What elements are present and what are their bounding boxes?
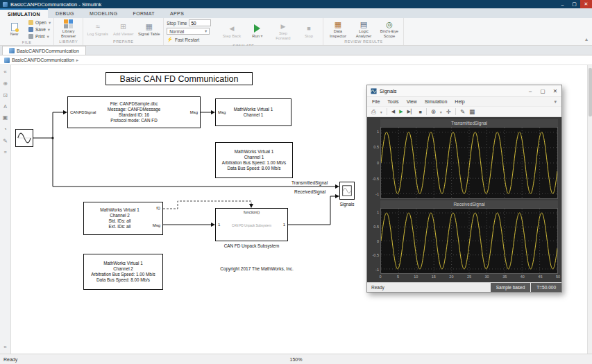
tab-modeling[interactable]: MODELING: [82, 8, 126, 18]
document-tab[interactable]: BasicCANFDCommunication: [2, 46, 86, 55]
tab-debug[interactable]: DEBUG: [48, 8, 82, 18]
maximize-button[interactable]: ▢: [536, 85, 549, 96]
tx-channel-block[interactable]: MathWorks Virtual 1Channel 1 Msg: [215, 98, 291, 126]
scrollbar-thumb[interactable]: [589, 68, 592, 116]
menu-help[interactable]: Help: [455, 99, 464, 104]
scope-toolbar: ⎙ ▾ ◀ ▶ ▶▏ ■ ⊕ ▾ ✛ ✎ ▦: [367, 106, 561, 117]
stop-icon: ■: [307, 24, 310, 33]
chevron-down-icon[interactable]: ▾: [380, 110, 382, 114]
sample-time-icon[interactable]: ≡: [3, 150, 6, 155]
minimize-button[interactable]: –: [524, 85, 536, 96]
close-button[interactable]: ✕: [549, 85, 561, 96]
prepare-group-label: PREPARE: [86, 39, 160, 45]
print-button[interactable]: Print▾: [28, 33, 51, 40]
library-browser-button[interactable]: Library Browser: [57, 19, 80, 38]
y-tick-label: 0: [377, 239, 379, 243]
hide-browser-icon[interactable]: «: [3, 69, 6, 75]
close-button[interactable]: ✕: [580, 0, 592, 8]
y-tick-label: 0: [377, 161, 379, 165]
received-signal-plot[interactable]: ReceivedSignal 10.50-0.5-1 0510152025303…: [371, 200, 558, 280]
sim-mode-dropdown[interactable]: Normal ▾: [167, 28, 210, 35]
settings-icon[interactable]: ▦: [469, 108, 475, 115]
chevron-right-icon: ▸: [76, 58, 79, 63]
zoom-icon[interactable]: ⊕: [431, 108, 436, 115]
signal-table-button[interactable]: ▦ Signal Table: [137, 22, 160, 37]
model-title-annotation[interactable]: Basic CAN FD Communication: [105, 72, 253, 85]
run-button[interactable]: Run ▾: [246, 24, 269, 39]
stop-time-input[interactable]: [189, 19, 211, 26]
x-tick-label: 50: [556, 275, 560, 279]
stop-button[interactable]: ■ Stop: [297, 24, 320, 39]
open-button[interactable]: Open▾: [28, 19, 51, 26]
step-forward-button[interactable]: ▶ Step Forward: [271, 21, 294, 40]
tab-format[interactable]: FORMAT: [126, 8, 162, 18]
fast-restart-toggle[interactable]: ⚡ Fast Restart: [167, 36, 211, 43]
transmitted-signal-label[interactable]: TransmittedSignal: [291, 180, 328, 185]
stop-icon[interactable]: ■: [418, 110, 421, 114]
rx-channel-block[interactable]: MathWorks Virtual 1Channel 2Std. IDs: al…: [83, 202, 163, 235]
menu-simulation[interactable]: Simulation: [425, 99, 448, 104]
block-text: MathWorks Virtual 1Channel 2Std. IDs: al…: [84, 202, 162, 234]
chevron-down-icon[interactable]: ▾: [440, 110, 442, 114]
plot-axes[interactable]: [380, 127, 558, 199]
breadcrumb-item[interactable]: BasicCANFDCommunication: [12, 58, 74, 62]
viewmark-icon[interactable]: ◔: [3, 126, 7, 132]
area-icon[interactable]: ▣: [3, 114, 8, 121]
plot-axes[interactable]: [380, 208, 558, 274]
log-signals-button[interactable]: ≈ Log Signals: [86, 22, 109, 37]
scope-block[interactable]: [339, 182, 355, 200]
maximize-button[interactable]: ▢: [568, 0, 580, 8]
file-group-label: FILE: [3, 40, 51, 46]
menu-file[interactable]: File: [372, 99, 380, 104]
canfd-unpack-subsystem-block[interactable]: function() 1 1 CAN FD Unpack Subsystem: [215, 208, 288, 241]
logic-analyzer-icon: ▤: [360, 19, 367, 28]
save-button[interactable]: Save▾: [28, 26, 51, 33]
print-icon[interactable]: ⎙: [371, 108, 376, 116]
received-signal-label[interactable]: ReceivedSignal: [294, 189, 325, 194]
x-tick-label: 25: [467, 275, 471, 279]
menu-view[interactable]: View: [407, 99, 417, 104]
signals-scope-window[interactable]: Signals – ▢ ✕ File Tools View Simulation…: [366, 85, 562, 293]
fit-view-icon[interactable]: ⊡: [3, 92, 8, 98]
new-label: New: [10, 32, 19, 37]
canfd-pack-block[interactable]: File: CANFDSample.dbcMessage: CANFDMessa…: [67, 96, 201, 128]
x-tick-label: 35: [502, 275, 507, 279]
minimize-button[interactable]: –: [557, 0, 568, 8]
annotation-icon[interactable]: A: [3, 104, 7, 109]
x-tick-label: 10: [414, 275, 418, 279]
measurements-icon[interactable]: ✎: [460, 108, 465, 115]
tab-apps[interactable]: APPS: [162, 8, 192, 18]
palette-more-icon[interactable]: »: [3, 344, 6, 350]
transmitted-signal-plot[interactable]: TransmittedSignal 10.50-0.5-1: [371, 119, 558, 199]
vertical-scrollbar[interactable]: [587, 65, 592, 354]
tx-config-block[interactable]: MathWorks Virtual 1Channel 1Arbitration …: [215, 142, 293, 178]
tab-simulation[interactable]: SIMULATION: [0, 8, 48, 18]
menu-tools[interactable]: Tools: [387, 99, 398, 104]
add-viewer-icon: ⊞: [120, 22, 126, 31]
step-back-button[interactable]: ◀ Step Back: [220, 24, 243, 39]
new-button[interactable]: New: [3, 22, 26, 37]
screenshot-icon[interactable]: ✎: [3, 138, 8, 144]
y-tick-label: -1: [375, 268, 379, 272]
birdseye-scope-button[interactable]: ◎ Bird's-Eye Scope: [378, 19, 400, 38]
run-icon[interactable]: ▶: [399, 109, 403, 114]
step-back-icon[interactable]: ◀: [391, 109, 395, 114]
logic-analyzer-button[interactable]: ▤ Logic Analyzer: [352, 19, 375, 38]
pan-icon[interactable]: ✛: [446, 108, 451, 115]
library-browser-icon: [64, 19, 73, 28]
zoom-icon[interactable]: ⊕: [3, 80, 8, 87]
rx-config-block[interactable]: MathWorks Virtual 1Channel 2Arbitration …: [83, 254, 163, 290]
simulate-group: Stop Time Normal ▾ ⚡ Fast Restart ◀ Step: [164, 18, 323, 45]
output-port-label: Msg: [153, 223, 160, 227]
x-tick-label: 20: [449, 275, 453, 279]
birdseye-scope-icon: ◎: [386, 19, 393, 28]
sine-wave-block[interactable]: [15, 129, 33, 147]
scope-titlebar[interactable]: Signals – ▢ ✕: [367, 85, 561, 97]
add-viewer-button[interactable]: ⊞ Add Viewer: [112, 22, 135, 37]
y-tick-label: -0.5: [373, 253, 379, 257]
data-inspector-button[interactable]: ▦ Data Inspector: [326, 19, 349, 38]
step-forward-icon[interactable]: ▶▏: [407, 109, 415, 114]
chevron-down-icon[interactable]: ▾: [554, 99, 557, 105]
toolstrip-collapse-icon[interactable]: ▴: [585, 36, 588, 42]
status-bar: Ready 150%: [0, 354, 592, 364]
